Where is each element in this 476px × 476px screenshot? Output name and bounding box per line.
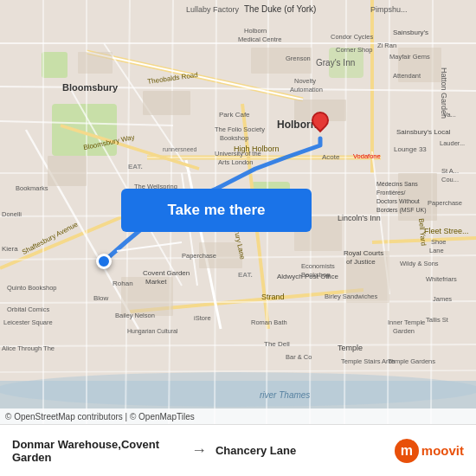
moovit-logo: m moovit: [395, 439, 464, 463]
svg-text:Sainsbury's: Sainsbury's: [393, 29, 428, 36]
svg-text:Holborn: Holborn: [244, 27, 267, 35]
svg-text:Medical Centre: Medical Centre: [238, 35, 281, 43]
svg-point-6: [0, 372, 476, 407]
svg-text:The Folio Society: The Folio Society: [215, 125, 265, 133]
svg-text:Donelli: Donelli: [2, 210, 22, 218]
svg-text:Birley Sandwiches: Birley Sandwiches: [325, 293, 378, 300]
svg-text:Lounge 33: Lounge 33: [394, 145, 427, 153]
svg-text:Lane: Lane: [429, 247, 444, 254]
svg-text:Paperchase: Paperchase: [182, 252, 216, 260]
moovit-icon: m: [395, 439, 419, 463]
svg-text:Leicester Square: Leicester Square: [3, 318, 53, 326]
svg-text:Temple Gardens: Temple Gardens: [388, 357, 435, 365]
svg-text:Frontières/: Frontières/: [376, 190, 406, 196]
svg-text:Bloomsbury: Bloomsbury: [62, 82, 119, 93]
svg-text:Tallis St: Tallis St: [426, 316, 449, 324]
svg-text:Va...: Va...: [443, 111, 456, 119]
svg-text:EAT.: EAT.: [238, 271, 253, 279]
svg-text:Médecins Sans: Médecins Sans: [376, 181, 418, 187]
svg-text:river Thames: river Thames: [260, 390, 310, 400]
svg-text:Park Cafe: Park Cafe: [219, 111, 250, 119]
svg-text:Blow: Blow: [93, 294, 109, 302]
svg-text:Mayfair Gems: Mayfair Gems: [389, 53, 430, 61]
route-from: Donmar Warehouse,Covent Garden: [12, 438, 183, 464]
svg-text:Novelty: Novelty: [294, 77, 316, 85]
svg-text:Cou...: Cou...: [441, 176, 459, 183]
svg-text:Zi Ran: Zi Ran: [377, 42, 396, 49]
svg-text:Attendant: Attendant: [393, 72, 421, 80]
svg-text:iStore: iStore: [194, 314, 211, 322]
svg-rect-43: [143, 91, 190, 115]
svg-text:runnersneed: runnersneed: [163, 146, 196, 152]
svg-text:Lauder...: Lauder...: [440, 139, 465, 147]
svg-text:Whitefriars: Whitefriars: [426, 275, 457, 283]
svg-text:Bar & Co: Bar & Co: [286, 353, 312, 361]
svg-text:Inner Temple: Inner Temple: [388, 318, 425, 326]
svg-text:Market: Market: [145, 278, 167, 286]
svg-text:Lullaby Factory: Lullaby Factory: [186, 5, 240, 14]
map-attribution: © OpenStreetMap contributors | © OpenMap…: [0, 408, 476, 424]
svg-text:The Duke (of York): The Duke (of York): [244, 4, 316, 14]
svg-rect-51: [78, 52, 113, 74]
take-me-there-button[interactable]: Take me there: [121, 189, 312, 232]
svg-text:EAT.: EAT.: [128, 163, 143, 170]
map-container: The Duke (of York) Lullaby Factory Pimps…: [0, 0, 476, 424]
svg-text:Acote: Acote: [322, 153, 340, 161]
svg-text:Hungarian Cultural: Hungarian Cultural: [127, 328, 178, 335]
svg-text:Bookshop: Bookshop: [220, 134, 248, 142]
svg-text:Quinto Bookshop: Quinto Bookshop: [7, 284, 57, 292]
svg-text:of Justice: of Justice: [346, 258, 376, 266]
destination-marker: [312, 112, 329, 136]
svg-text:Condor Cycles: Condor Cycles: [331, 33, 373, 41]
svg-text:University of the: University of the: [215, 150, 261, 158]
svg-text:Sainsbury's Local: Sainsbury's Local: [396, 128, 451, 136]
svg-text:Royal Courts: Royal Courts: [344, 249, 383, 257]
svg-text:Borders (MSF UK): Borders (MSF UK): [376, 207, 427, 214]
svg-text:Wildy & Sons: Wildy & Sons: [400, 260, 439, 267]
svg-text:Doctors Without: Doctors Without: [376, 198, 420, 204]
svg-text:Roman Bath: Roman Bath: [251, 318, 287, 326]
svg-text:Gray's Inn: Gray's Inn: [316, 58, 355, 68]
svg-text:Rohan: Rohan: [113, 280, 133, 287]
svg-text:Bailey Nelson: Bailey Nelson: [115, 312, 155, 319]
svg-text:St A...: St A...: [441, 167, 459, 175]
svg-text:Paperchase: Paperchase: [428, 199, 462, 207]
origin-marker: [96, 254, 112, 269]
svg-text:Bookmarks: Bookmarks: [16, 184, 48, 192]
svg-text:Vodafone: Vodafone: [353, 152, 381, 160]
svg-text:Fleet Stree...: Fleet Stree...: [424, 227, 469, 235]
svg-text:Grenson: Grenson: [286, 55, 311, 62]
svg-text:Covent Garden: Covent Garden: [143, 269, 190, 277]
svg-text:The Dell: The Dell: [264, 340, 290, 348]
svg-text:Lincoln's Inn: Lincoln's Inn: [338, 214, 381, 222]
route-arrow-icon: →: [191, 441, 207, 460]
svg-text:Shoe: Shoe: [431, 238, 447, 246]
svg-text:James: James: [433, 295, 452, 303]
route-to: Chancery Lane: [215, 444, 386, 457]
svg-rect-2: [42, 52, 68, 78]
svg-text:Pimpshu...: Pimpshu...: [370, 5, 408, 14]
svg-text:Corner Shop: Corner Shop: [336, 46, 373, 54]
svg-text:Kiera: Kiera: [2, 245, 18, 253]
svg-text:Garden: Garden: [393, 327, 415, 335]
moovit-brand-label: moovit: [421, 443, 464, 458]
svg-text:Economists: Economists: [301, 262, 335, 270]
svg-text:Automation: Automation: [290, 86, 323, 93]
svg-rect-44: [48, 156, 87, 186]
svg-text:Orbital Comics: Orbital Comics: [7, 306, 49, 313]
svg-text:Strand: Strand: [261, 293, 285, 301]
svg-text:Temple: Temple: [338, 344, 363, 352]
svg-text:Bookshop: Bookshop: [301, 271, 330, 279]
svg-text:Arts London: Arts London: [218, 158, 253, 166]
svg-text:Alice Through The: Alice Through The: [2, 344, 55, 352]
bottom-bar: Donmar Warehouse,Covent Garden → Chancer…: [0, 424, 476, 476]
